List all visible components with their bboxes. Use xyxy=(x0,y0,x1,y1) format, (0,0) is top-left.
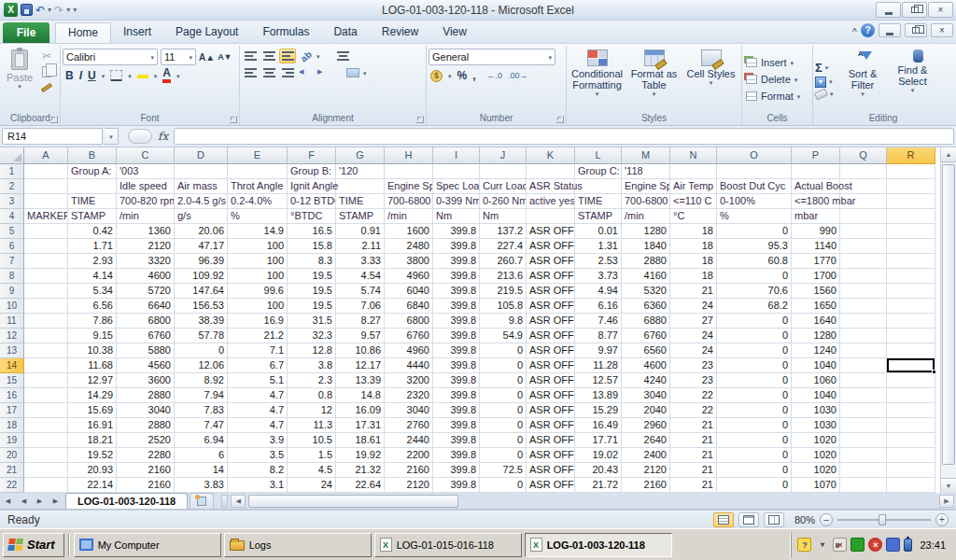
scroll-down-icon[interactable]: ▼ xyxy=(941,478,956,493)
cell-J19[interactable]: 0 xyxy=(480,433,527,448)
row-header-15[interactable]: 15 xyxy=(0,373,24,388)
cell-K12[interactable]: ASR OFF xyxy=(527,329,575,343)
help-icon[interactable]: ? xyxy=(861,23,875,37)
cell-L17[interactable]: 15.29 xyxy=(575,403,622,418)
cell-B11[interactable]: 7.86 xyxy=(68,314,117,329)
cell-K8[interactable]: ASR OFF xyxy=(527,269,575,284)
cell-Q5[interactable] xyxy=(840,224,887,239)
increase-decimal-icon[interactable]: ←.0 xyxy=(487,71,503,80)
cell-J11[interactable]: 9.8 xyxy=(480,314,527,329)
cell-K2[interactable]: ASR Status xyxy=(527,179,575,194)
cell-B7[interactable]: 2.93 xyxy=(68,254,117,269)
cell-K11[interactable]: ASR OFF xyxy=(527,314,575,329)
save-icon[interactable] xyxy=(21,4,33,16)
scroll-right-icon[interactable]: ▶ xyxy=(939,495,954,508)
cell-E11[interactable]: 16.9 xyxy=(228,314,288,329)
horizontal-scroll-track[interactable] xyxy=(246,495,938,508)
cell-P15[interactable]: 1060 xyxy=(792,373,840,388)
cell-I20[interactable]: 399.8 xyxy=(433,448,480,463)
cell-D2[interactable]: Air mass xyxy=(175,179,228,194)
cell-N9[interactable]: 21 xyxy=(670,284,717,299)
cell-L19[interactable]: 17.71 xyxy=(575,433,622,448)
cell-M12[interactable]: 6760 xyxy=(622,329,670,343)
font-size-combo[interactable]: 11▾ xyxy=(161,49,196,65)
cell-Q8[interactable] xyxy=(840,269,887,284)
cell-I4[interactable]: Nm xyxy=(433,209,480,224)
cell-B20[interactable]: 19.52 xyxy=(68,448,117,463)
cell-I9[interactable]: 399.8 xyxy=(433,284,480,299)
increase-indent-icon[interactable] xyxy=(316,65,333,80)
cell-F9[interactable]: 19.5 xyxy=(288,284,336,299)
display-settings-icon[interactable] xyxy=(851,538,865,552)
cell-F5[interactable]: 16.5 xyxy=(288,224,336,239)
fill-button[interactable]: ▼ ▾ xyxy=(815,77,834,88)
insert-worksheet-tab[interactable] xyxy=(190,493,214,509)
cell-G11[interactable]: 8.27 xyxy=(336,314,385,329)
cell-P9[interactable]: 1560 xyxy=(792,284,840,299)
cell-P1[interactable] xyxy=(792,164,840,179)
vertical-scroll-thumb[interactable] xyxy=(942,164,955,465)
cell-K18[interactable]: ASR OFF xyxy=(527,418,575,433)
cell-B3[interactable]: TIME xyxy=(68,194,117,209)
close-button[interactable]: × xyxy=(928,2,953,18)
cell-G16[interactable]: 14.8 xyxy=(336,388,385,403)
cell-Q10[interactable] xyxy=(840,299,887,314)
cell-P8[interactable]: 1700 xyxy=(792,269,840,284)
cell-L22[interactable]: 21.72 xyxy=(575,478,622,493)
cell-O17[interactable]: 0 xyxy=(717,403,792,418)
cell-I19[interactable]: 399.8 xyxy=(433,433,480,448)
redo-dropdown-icon[interactable]: ▾ xyxy=(66,6,70,14)
first-sheet-icon[interactable]: ◀ xyxy=(0,493,16,509)
row-header-13[interactable]: 13 xyxy=(0,343,24,358)
cell-M6[interactable]: 1840 xyxy=(622,239,670,254)
comma-style-icon[interactable]: , xyxy=(472,69,475,82)
cell-D11[interactable]: 38.39 xyxy=(175,314,228,329)
cell-F11[interactable]: 31.5 xyxy=(288,314,336,329)
tab-formulas[interactable]: Formulas xyxy=(250,22,321,43)
insert-function-button[interactable] xyxy=(128,129,152,144)
cell-J7[interactable]: 260.7 xyxy=(480,254,527,269)
cell-H7[interactable]: 3800 xyxy=(385,254,433,269)
row-header-21[interactable]: 21 xyxy=(0,463,24,478)
cell-H10[interactable]: 6840 xyxy=(385,299,433,314)
file-tab[interactable]: File xyxy=(3,22,49,43)
vertical-scrollbar[interactable]: ▲ ▼ xyxy=(940,147,956,493)
cell-D19[interactable]: 6.94 xyxy=(175,433,228,448)
cell-F19[interactable]: 10.5 xyxy=(288,433,336,448)
cell-J1[interactable] xyxy=(480,164,527,179)
name-box[interactable]: R14 xyxy=(2,128,103,145)
cell-C21[interactable]: 2160 xyxy=(117,463,175,478)
cell-C11[interactable]: 6800 xyxy=(117,314,175,329)
format-painter-button[interactable] xyxy=(38,80,55,95)
cell-M13[interactable]: 6560 xyxy=(622,343,670,358)
cell-P2[interactable]: Actual Boost xyxy=(792,179,840,194)
cell-E18[interactable]: 4.7 xyxy=(228,418,288,433)
cell-Q21[interactable] xyxy=(840,463,887,478)
cell-K10[interactable]: ASR OFF xyxy=(527,299,575,314)
cell-M22[interactable]: 2160 xyxy=(622,478,670,493)
cell-F18[interactable]: 11.3 xyxy=(288,418,336,433)
cell-D5[interactable]: 20.06 xyxy=(175,224,228,239)
sort-filter-button[interactable]: AZ Sort & Filter ▾ xyxy=(837,47,889,112)
tab-review[interactable]: Review xyxy=(370,22,430,43)
cell-J4[interactable]: Nm xyxy=(480,209,527,224)
cell-R1[interactable] xyxy=(887,164,935,179)
cell-C18[interactable]: 2880 xyxy=(117,418,175,433)
cell-P7[interactable]: 1770 xyxy=(792,254,840,269)
zoom-in-button[interactable]: + xyxy=(935,513,949,526)
cell-E21[interactable]: 8.2 xyxy=(228,463,288,478)
cell-H21[interactable]: 2160 xyxy=(385,463,433,478)
cell-A3[interactable] xyxy=(24,194,68,209)
cell-F3[interactable]: 0-12 BTDC xyxy=(288,194,336,209)
cell-R4[interactable] xyxy=(887,209,935,224)
horizontal-scroll-thumb[interactable] xyxy=(248,495,458,508)
cell-A17[interactable] xyxy=(24,403,68,418)
cell-R21[interactable] xyxy=(887,463,935,478)
row-header-19[interactable]: 19 xyxy=(0,433,24,448)
dropdown-icon[interactable]: ▾ xyxy=(128,73,132,79)
cell-G1[interactable]: '120 xyxy=(336,164,385,179)
cell-C5[interactable]: 1360 xyxy=(117,224,175,239)
cell-R8[interactable] xyxy=(887,269,935,284)
cell-A2[interactable] xyxy=(24,179,68,194)
dropdown-icon[interactable]: ▾ xyxy=(363,70,367,77)
